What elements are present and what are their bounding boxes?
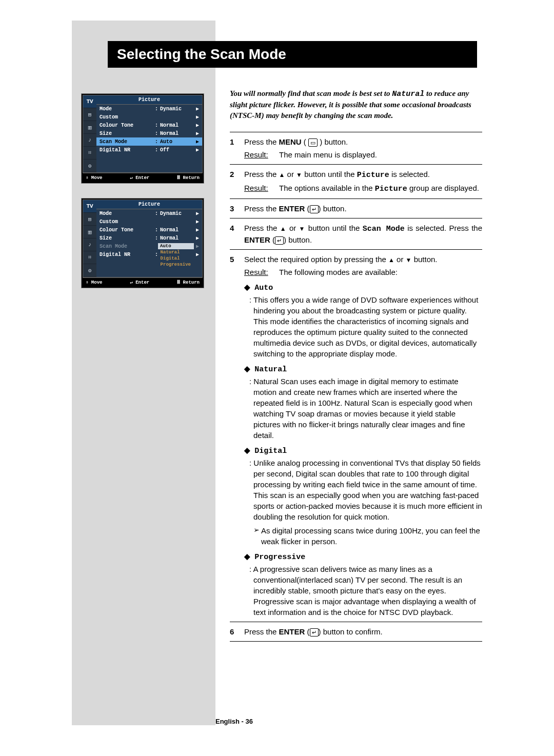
down-icon: ▼ [299,225,306,232]
osd-icon-sound: ♪ [83,238,96,251]
osd-icon-channel: ⌗ [83,251,96,264]
updown-icon: ⇳ [86,175,88,181]
enter-icon: ↵ [310,205,319,213]
subopt: Auto [158,243,194,249]
subopt: Digital [159,255,193,262]
osd-row: Size:Normal▶ [96,234,202,242]
step-5: 5 Select the required option by pressing… [230,249,482,622]
return-icon: Ⅲ [177,280,180,285]
osd-icon-picture: ▥ [83,121,96,134]
osd-icon-tv: TV [83,95,96,108]
enter-icon: ↵ [275,236,284,245]
step-4: 4 Press the ▲ or ▼ button until the Scan… [230,218,482,249]
down-icon: ▼ [296,171,302,178]
osd-panel-1: TV ⊞ ▥ ♪ ⌗ ⚙ Picture Mode:Dynamic▶ Custo… [81,93,204,184]
enter-icon: ↵ [130,280,132,285]
intro-paragraph: You will normally find that scan mode is… [230,88,482,121]
step-1: 1 Press the MENU ( ▭ ) button. Result:Th… [230,132,482,164]
mode-natural: ◆ Natural : Natural Scan uses each image… [244,363,482,441]
osd-icon-input: ⊞ [83,108,96,121]
osd-icon-picture: ▥ [83,226,96,238]
diamond-icon: ◆ [244,364,250,373]
osd-icon-tv: TV [83,200,96,213]
osd-icon-setup: ⚙ [83,160,96,172]
down-icon: ▼ [406,256,412,264]
osd-column: TV ⊞ ▥ ♪ ⌗ ⚙ Picture Mode:Dynamic▶ Custo… [72,88,215,642]
subopt: Progressive [159,262,193,268]
step-3: 3 Press the ENTER (↵) button. [230,198,482,218]
up-icon: ▲ [280,225,287,232]
page-title: Selecting the Scan Mode [108,41,477,68]
osd-footer: ⇳ Move ↵ Enter Ⅲ Return [83,173,203,182]
return-icon: Ⅲ [177,175,180,181]
osd-row: Mode:Dynamic▶ [96,105,202,113]
osd-title: Picture [96,200,202,209]
osd-panel-2: TV ⊞ ▥ ♪ ⌗ ⚙ Picture Mode:Dynamic▶ Custo… [81,198,204,288]
osd-row: Custom▶ [96,217,202,226]
step-2: 2 Press the ▲ or ▼ button until the Pict… [230,164,482,198]
osd-row: Colour Tone:Normal▶ [96,226,202,234]
osd-icon-setup: ⚙ [83,264,96,277]
osd-row: Size:Normal▶ [96,129,202,137]
up-icon: ▲ [388,256,394,264]
osd-footer: ⇳ Move ↵ Enter Ⅲ Return [83,277,203,287]
mode-auto: ◆ Auto : This offers you a wide range of… [244,282,482,359]
mode-progressive: ◆ Progressive : A progressive scan deliv… [244,551,482,618]
osd-row: Digital NR:Off▶ [96,146,202,154]
updown-icon: ⇳ [86,280,88,285]
osd-icon-sound: ♪ [83,134,96,147]
page-number: English - 36 [215,718,253,725]
enter-icon: ↵ [130,175,132,181]
step-6: 6 Press the ENTER (↵) button to confirm. [230,622,482,642]
diamond-icon: ◆ [244,552,250,561]
diamond-icon: ◆ [244,283,250,291]
osd-icon-channel: ⌗ [83,147,96,160]
diamond-icon: ◆ [244,446,250,454]
osd-row-selected: Scan Mode:Auto▶ [96,137,202,146]
mode-digital: ◆ Digital : Unlike analog processing in … [244,445,482,547]
note-icon: ➢ [253,525,261,547]
osd-title: Picture [96,95,202,105]
osd-row: Custom▶ [96,113,202,121]
digital-note: ➢ As digital processing scans twice duri… [244,525,482,547]
subopt: Natural [159,249,193,255]
menu-icon: ▭ [308,138,318,147]
up-icon: ▲ [279,171,285,178]
enter-icon: ↵ [310,628,319,636]
osd-row: Mode:Dynamic▶ [96,209,202,217]
osd-icon-input: ⊞ [83,213,96,226]
osd-row: Colour Tone:Normal▶ [96,121,202,129]
instructions-column: You will normally find that scan mode is… [215,88,482,642]
